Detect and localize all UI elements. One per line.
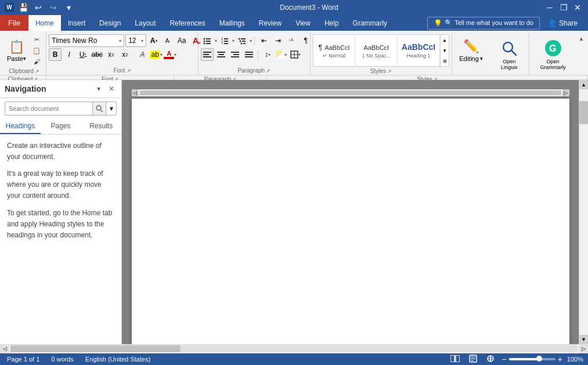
document-page[interactable] xyxy=(132,99,569,344)
grow-font-button[interactable]: A+ xyxy=(147,34,160,47)
multilevel-dropdown[interactable]: ▾ xyxy=(250,38,252,44)
linguix-search-icon[interactable] xyxy=(499,38,520,59)
scroll-right-button[interactable]: ▷ xyxy=(579,344,588,353)
align-center-button[interactable] xyxy=(215,48,228,61)
change-case-button[interactable]: Aa xyxy=(175,34,188,47)
clipboard-group-label[interactable]: Clipboard ↗ xyxy=(5,67,44,75)
nav-close-icon[interactable]: ✕ xyxy=(106,84,117,94)
align-left-button[interactable] xyxy=(201,48,214,61)
nav-tab-pages[interactable]: Pages xyxy=(41,119,81,134)
style-normal[interactable]: ¶ AaBbCcI ↵ Normal xyxy=(313,35,356,66)
customize-qat-button[interactable]: ▾ xyxy=(63,2,74,13)
sort-button[interactable]: ↕A xyxy=(286,34,298,47)
underline-button[interactable]: U▾ xyxy=(77,48,89,61)
ribbon-collapse-button[interactable]: ▲ xyxy=(577,33,586,42)
file-menu-button[interactable]: File xyxy=(0,15,28,31)
scroll-down-button[interactable]: ▼ xyxy=(579,335,588,344)
increase-indent-button[interactable]: ⇥ xyxy=(272,34,284,47)
restore-button[interactable]: ❐ xyxy=(558,2,569,13)
styles-scroll-up[interactable]: ▲ xyxy=(441,35,449,45)
redo-qat-button[interactable]: ↪ xyxy=(48,2,59,13)
italic-button[interactable]: I xyxy=(63,48,75,61)
ruler-right-btn[interactable]: ▷ xyxy=(562,89,569,96)
styles-group-label[interactable]: Styles ↗ xyxy=(313,67,450,75)
decrease-indent-button[interactable]: ⇤ xyxy=(258,34,270,47)
copy-button[interactable]: 📋 xyxy=(30,45,44,56)
numbering-dropdown[interactable]: ▾ xyxy=(232,38,235,44)
nav-search-input[interactable] xyxy=(5,103,92,114)
multilevel-button[interactable] xyxy=(236,34,248,47)
styles-more[interactable]: ⊞ xyxy=(441,56,449,66)
review-menu-item[interactable]: Review xyxy=(252,15,288,31)
align-right-button[interactable] xyxy=(229,48,241,61)
paste-button[interactable]: 📋 Paste ▾ xyxy=(5,38,28,63)
borders-button[interactable]: ▾ xyxy=(289,48,302,61)
grammarly-menu-item[interactable]: Grammarly xyxy=(346,15,394,31)
linguix-open-label[interactable]: Open Linguix xyxy=(495,59,524,70)
shading-button[interactable]: ▾ xyxy=(275,48,288,61)
tell-me-input[interactable]: 💡 🔍 Tell me what you want to do xyxy=(427,17,540,30)
view-menu-item[interactable]: View xyxy=(288,15,318,31)
zoom-control[interactable]: − + 100% xyxy=(502,355,583,364)
zoom-in-button[interactable]: + xyxy=(558,355,562,364)
paste-dropdown-arrow[interactable]: ▾ xyxy=(23,56,26,62)
web-layout-button[interactable] xyxy=(484,355,497,364)
zoom-out-button[interactable]: − xyxy=(502,355,506,364)
editing-button[interactable]: ✏️ Editing ▾ xyxy=(454,37,488,64)
bullets-dropdown[interactable]: ▾ xyxy=(215,38,217,44)
paragraph-group-label[interactable]: Paragraph ↗ xyxy=(201,66,308,75)
clear-format-button[interactable]: A ✕ xyxy=(189,34,202,47)
strikethrough-button[interactable]: abc xyxy=(91,48,103,61)
superscript-button[interactable]: x2 xyxy=(118,48,131,61)
insert-menu-item[interactable]: Insert xyxy=(61,15,92,31)
numbering-button[interactable]: 1.2.3. xyxy=(218,34,231,47)
subscript-button[interactable]: x2 xyxy=(104,48,117,61)
grammarly-open-label[interactable]: Open Grammarly xyxy=(534,59,572,70)
scroll-left-button[interactable]: ◁ xyxy=(0,344,9,353)
nav-settings-icon[interactable]: ▾ xyxy=(93,84,104,94)
bold-button[interactable]: B xyxy=(49,48,62,61)
nav-tab-headings[interactable]: Headings xyxy=(0,119,41,134)
save-qat-button[interactable]: 💾 xyxy=(17,2,29,13)
scroll-up-button[interactable]: ▲ xyxy=(579,80,588,89)
home-menu-item[interactable]: Home xyxy=(28,15,61,31)
font-group-label[interactable]: Font ↗ xyxy=(49,66,196,75)
read-mode-button[interactable] xyxy=(448,355,462,363)
document-area[interactable]: ◁ ▷ xyxy=(122,80,579,344)
zoom-level-display[interactable]: 100% xyxy=(567,356,583,363)
scroll-thumb[interactable] xyxy=(579,101,588,124)
page-info[interactable]: Page 1 of 1 xyxy=(5,356,42,363)
word-count[interactable]: 0 words xyxy=(49,356,76,363)
share-button[interactable]: 👤 Share xyxy=(542,19,583,27)
nav-search-button[interactable] xyxy=(92,102,106,115)
text-effects-button[interactable]: A xyxy=(136,48,149,61)
shrink-font-button[interactable]: A- xyxy=(161,34,174,47)
font-color-button[interactable]: A ▾ xyxy=(164,48,176,61)
font-name-dropdown[interactable]: Times New Ro ▾ xyxy=(49,34,124,47)
minimize-button[interactable]: ─ xyxy=(544,2,555,13)
help-menu-item[interactable]: Help xyxy=(318,15,346,31)
nav-tab-results[interactable]: Results xyxy=(81,119,121,134)
language[interactable]: English (United States) xyxy=(83,356,153,363)
cut-button[interactable]: ✂ xyxy=(30,34,44,45)
undo-qat-button[interactable]: ↩ xyxy=(33,2,44,13)
zoom-thumb[interactable] xyxy=(536,356,542,362)
grammarly-icon[interactable]: G xyxy=(543,38,564,59)
format-painter-button[interactable]: 🖌 xyxy=(30,56,44,67)
nav-search-dropdown[interactable]: ▾ xyxy=(106,102,116,115)
style-heading1[interactable]: AaBbCcI Heading 1 xyxy=(398,35,440,66)
justify-button[interactable] xyxy=(243,48,255,61)
style-no-spacing[interactable]: AaBbCcI 1 No Spac... xyxy=(355,35,398,66)
mailings-menu-item[interactable]: Mailings xyxy=(212,15,252,31)
line-spacing-button[interactable]: ↕ ▾ xyxy=(261,48,274,61)
references-menu-item[interactable]: References xyxy=(163,15,212,31)
close-button[interactable]: ✕ xyxy=(572,2,583,13)
design-menu-item[interactable]: Design xyxy=(92,15,128,31)
print-layout-button[interactable] xyxy=(467,355,479,364)
layout-menu-item[interactable]: Layout xyxy=(128,15,163,31)
editing-dropdown-arrow[interactable]: ▾ xyxy=(480,56,483,62)
highlight-color-button[interactable]: ab ▾ xyxy=(150,48,163,61)
font-size-dropdown[interactable]: 12 ▾ xyxy=(125,34,146,47)
bullets-button[interactable] xyxy=(201,34,214,47)
ruler-left-btn[interactable]: ◁ xyxy=(132,89,139,96)
